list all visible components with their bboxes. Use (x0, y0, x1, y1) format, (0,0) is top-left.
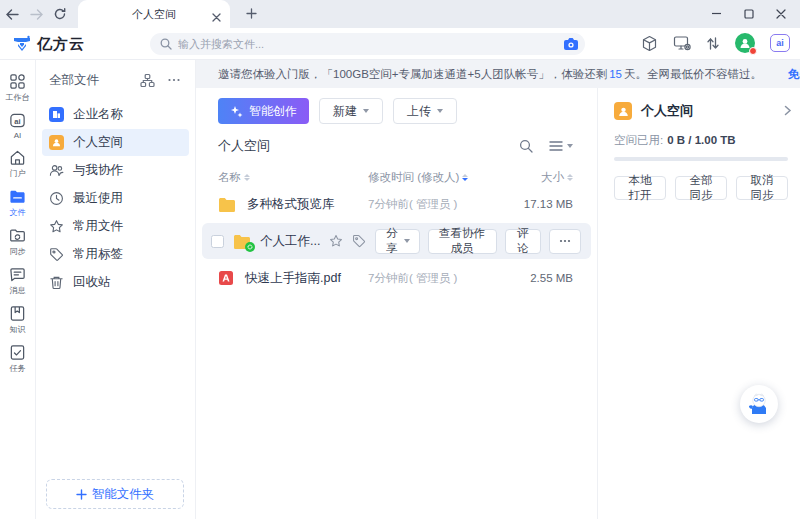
storage-progress-bar (614, 157, 788, 161)
column-header-name[interactable]: 名称 (218, 170, 368, 185)
camera-search-icon[interactable] (563, 37, 579, 51)
rail-item-workbench[interactable]: 工作台 (6, 73, 30, 103)
sidebar-item-tags[interactable]: 常用标签 (42, 241, 189, 268)
column-header-modified[interactable]: 修改时间 (修改人) (368, 170, 493, 185)
minimize-icon[interactable] (711, 5, 722, 23)
smart-folder-button[interactable]: 智能文件夹 (46, 479, 184, 509)
app-window: 个人空间 亿方云 (0, 0, 800, 519)
upload-button[interactable]: 上传 (393, 98, 457, 124)
banner-text: 邀请您体验入门版，「100GB空间+专属加速通道+5人团队帐号」，体验还剩15天… (218, 67, 762, 82)
logo-icon (12, 34, 32, 54)
rail-item-ai[interactable]: ai AI (9, 112, 26, 140)
comment-button[interactable]: 评论 (505, 229, 541, 254)
sidebar-item-favorites[interactable]: 常用文件 (42, 213, 189, 240)
search-input[interactable] (178, 38, 563, 50)
view-members-button[interactable]: 查看协作成员 (428, 229, 497, 254)
sidebar-item-trash[interactable]: 回收站 (42, 269, 189, 296)
personal-space-icon (49, 135, 64, 150)
sort-icons-active (462, 174, 468, 182)
back-icon[interactable] (0, 2, 24, 26)
mascot-icon (744, 389, 774, 419)
rail-item-tasks[interactable]: 任务 (9, 344, 26, 374)
tab-close-icon[interactable] (212, 8, 221, 26)
browser-tab[interactable]: 个人空间 (78, 0, 230, 28)
more-icon[interactable] (167, 73, 181, 87)
promo-banner: 邀请您体验入门版，「100GB空间+专属加速通道+5人团队帐号」，体验还剩15天… (196, 60, 800, 88)
plus-icon (76, 489, 87, 500)
sidebar-item-shared-with-me[interactable]: 与我协作 (42, 157, 189, 184)
storage-usage: 空间已用:0 B / 1.00 TB (614, 133, 788, 148)
ai-assistant-icon[interactable]: ai (770, 34, 790, 52)
file-list-main: 智能创作 新建 上传 个人空间 (196, 88, 597, 519)
browser-tab-bar: 个人空间 (0, 0, 800, 28)
knowledge-icon (9, 305, 26, 322)
sidebar-item-personal-space[interactable]: 个人空间 (42, 129, 189, 156)
sidebar-item-recent[interactable]: 最近使用 (42, 185, 189, 212)
pdf-file-icon (218, 270, 234, 286)
smart-create-button[interactable]: 智能创作 (218, 98, 309, 124)
cube-icon[interactable] (641, 35, 658, 52)
star-icon (49, 219, 64, 234)
app-body: 工作台 ai AI 门户 文件 同步 消息 (0, 60, 800, 519)
grid-icon (9, 73, 26, 90)
list-search-icon[interactable] (519, 139, 533, 153)
enterprise-folder-icon (49, 107, 64, 122)
mascot-helper-button[interactable] (740, 385, 778, 423)
column-header-size[interactable]: 大小 (493, 170, 573, 185)
detail-panel: 个人空间 空间已用:0 B / 1.00 TB 本地打开 全部同步 取消同步 (597, 88, 800, 519)
trash-icon (49, 275, 64, 290)
free-trial-link[interactable]: 免费试用 (788, 67, 800, 82)
user-avatar[interactable] (735, 33, 755, 53)
close-icon[interactable] (776, 5, 786, 23)
org-tree-icon[interactable] (140, 73, 155, 88)
new-tab-icon[interactable] (246, 5, 257, 23)
panel-buttons: 本地打开 全部同步 取消同步 (614, 176, 788, 200)
window-controls (711, 5, 800, 23)
rail-item-portal[interactable]: 门户 (9, 149, 26, 179)
device-sync-icon[interactable] (673, 35, 691, 51)
ai-icon: ai (9, 112, 26, 129)
refresh-icon[interactable] (48, 2, 72, 26)
toolbar: 智能创作 新建 上传 (218, 98, 597, 124)
notification-badge (749, 47, 757, 55)
message-icon (9, 266, 26, 283)
clock-icon (49, 191, 64, 206)
table-row-hovered[interactable]: 个人工作... 分享 查看协作成员 (202, 223, 591, 259)
new-button[interactable]: 新建 (319, 98, 383, 124)
sort-icons (567, 174, 573, 182)
rail-item-messages[interactable]: 消息 (9, 266, 26, 296)
forward-icon[interactable] (24, 2, 48, 26)
app-header: 亿方云 ai (0, 28, 800, 60)
maximize-icon[interactable] (744, 5, 754, 23)
svg-text:ai: ai (14, 117, 20, 126)
personal-space-icon (614, 102, 632, 120)
tag-icon[interactable] (352, 234, 366, 248)
search-icon (160, 38, 172, 50)
view-toggle[interactable] (549, 140, 573, 152)
global-search (150, 33, 585, 55)
home-icon (9, 149, 26, 166)
sidebar-title: 全部文件 (49, 72, 140, 89)
rail-item-knowledge[interactable]: 知识 (9, 305, 26, 335)
table-header: 名称 修改时间 (修改人) 大小 (196, 170, 597, 185)
table-row[interactable]: 多种格式预览库 7分钟前( 管理员 ) 17.13 MB (196, 187, 597, 221)
rail-item-sync[interactable]: 同步 (9, 227, 26, 257)
collapse-panel-icon[interactable] (784, 102, 792, 120)
open-local-button[interactable]: 本地打开 (614, 176, 666, 200)
folder-icon (218, 197, 236, 212)
content-region: 邀请您体验入门版，「100GB空间+专属加速通道+5人团队帐号」，体验还剩15天… (196, 60, 800, 519)
sidebar-item-enterprise[interactable]: 企业名称 (42, 101, 189, 128)
caret-down-icon (437, 109, 443, 113)
cancel-sync-button[interactable]: 取消同步 (736, 176, 788, 200)
share-button[interactable]: 分享 (375, 229, 419, 254)
favorite-star-icon[interactable] (329, 234, 343, 248)
row-more-button[interactable] (549, 229, 581, 254)
rail-item-files[interactable]: 文件 (9, 188, 26, 218)
table-row[interactable]: 快速上手指南.pdf 7分钟前( 管理员 ) 2.55 MB (196, 261, 597, 295)
task-icon (9, 344, 26, 361)
transfer-list-icon[interactable] (706, 36, 720, 51)
sync-all-button[interactable]: 全部同步 (675, 176, 727, 200)
left-rail: 工作台 ai AI 门户 文件 同步 消息 (0, 60, 36, 519)
header-icons: ai (641, 33, 790, 53)
row-checkbox[interactable] (211, 235, 224, 248)
